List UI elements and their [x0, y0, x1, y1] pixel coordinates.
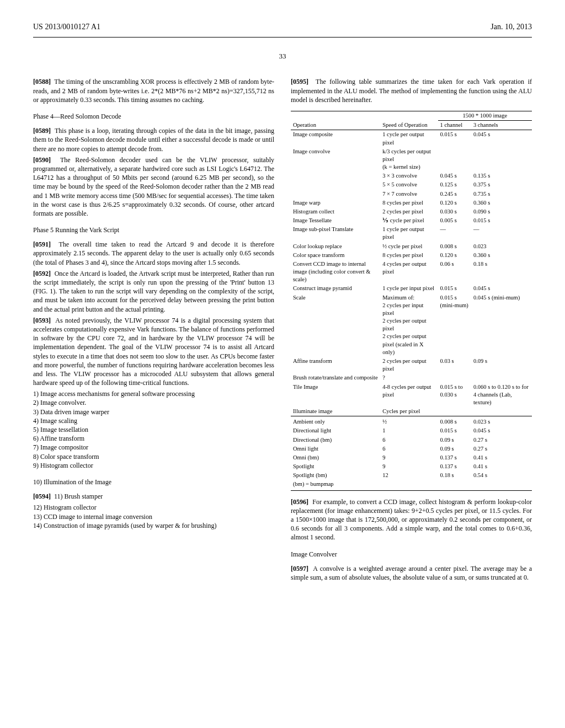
table-cell: 0.015 s — [438, 284, 471, 293]
header-rule — [33, 37, 532, 38]
table-cell: 0.137 s — [438, 462, 471, 471]
table-row: Brush rotate/translate and composite? — [291, 373, 532, 382]
page-header: US 2013/0010127 A1 Jan. 10, 2013 — [33, 22, 532, 33]
table-cell: 8 cycles per pixel — [380, 251, 438, 260]
list-item: 2) Image convolver. — [33, 398, 274, 407]
table-cell: 0.735 s — [471, 190, 532, 199]
table-row: 5 × 5 convolve0.125 s0.375 s — [291, 180, 532, 189]
table-row: Image convolvek/3 cycles per output pixe… — [291, 147, 532, 172]
table-cell: Image Tessellate — [291, 216, 380, 225]
page-number: 33 — [33, 51, 532, 61]
table-cell: 6 — [380, 436, 438, 445]
table-cell: 0.09 s — [438, 445, 471, 453]
table-cell: Image convolve — [291, 147, 380, 172]
table-cell: 8 cycles per pixel — [380, 199, 438, 207]
table-cell: Image warp — [291, 199, 380, 207]
table-cell: ½ cycle per pixel — [380, 242, 438, 251]
table-cell: 0.015 s to 0.030 s — [438, 383, 471, 408]
para-text: This phase is a loop, iterating through … — [33, 127, 274, 152]
paragraph-0596: [0596] For example, to convert a CCD ima… — [291, 497, 532, 542]
table-cell: ? — [380, 373, 438, 382]
table-cell: Cycles per pixel — [380, 407, 438, 416]
table-cell: 0.120 s — [438, 199, 471, 207]
table-row: Spotlight90.137 s0.41 s — [291, 462, 532, 471]
table-row: Color space transform8 cycles per pixel0… — [291, 251, 532, 260]
table-cell: Image sub-pixel Translate — [291, 225, 380, 242]
para-label: [0589] — [33, 127, 51, 135]
list-item: 7) Image compositor — [33, 443, 274, 452]
table-cell: 0.045 s (mini-mum) — [471, 293, 532, 357]
table-row: Construct image pyramid1 cycle per input… — [291, 284, 532, 293]
table-cell: 1 cycle per output pixel — [380, 130, 438, 147]
table-cell: Construct image pyramid — [291, 284, 380, 293]
table-row: Ambient only½0.008 s0.023 s — [291, 417, 532, 426]
para-label: [0597] — [291, 565, 308, 572]
table-cell: 0.120 s — [438, 251, 471, 260]
table-cell: 0.375 s — [471, 180, 532, 189]
para-text: As noted previously, the VLIW processor … — [33, 317, 274, 387]
table-cell: — — [471, 225, 532, 242]
para-text: For example, to convert a CCD image, col… — [291, 498, 532, 542]
table-cell: 0.09 s — [471, 357, 532, 373]
list-item: 4) Image scaling — [33, 416, 274, 425]
image-convolver-heading: Image Convolver — [291, 550, 532, 559]
para-text: Once the Artcard is loaded, the Artvark … — [33, 270, 274, 313]
table-cell: 0.023 s — [471, 417, 532, 426]
table-cell: 0.135 s — [471, 172, 532, 180]
table-cell: Directional light — [291, 426, 380, 435]
table-cell: 0.015 s (mini-mum) — [438, 293, 471, 357]
table-cell — [471, 480, 532, 489]
para-label: [0595] — [291, 78, 308, 85]
para-text: The following table summarizes the time … — [291, 78, 532, 103]
phase-4-heading: Phase 4—Reed Solomon Decode — [33, 112, 274, 121]
paragraph-0589: [0589] This phase is a loop, iterating t… — [33, 126, 274, 153]
left-column: [0588] The timing of the unscrambling XO… — [33, 77, 274, 584]
table-cell: 0.125 s — [438, 180, 471, 189]
table-row: Image Tessellate⅓ cycle per pixel0.005 s… — [291, 216, 532, 225]
table-cell: 0.030 s — [438, 207, 471, 216]
table-cell: ½ — [380, 417, 438, 426]
table-cell: 5 × 5 convolve — [380, 180, 438, 189]
table-cell: 0.27 s — [471, 436, 532, 445]
table-cell — [438, 147, 471, 172]
list-item: 1) Image access mechanisms for general s… — [33, 389, 274, 398]
table-cell: Image composite — [291, 130, 380, 147]
table-cell: Histogram collect — [291, 207, 380, 216]
publication-date: Jan. 10, 2013 — [491, 22, 532, 33]
table-cell: 4 cycles per output pixel — [380, 260, 438, 285]
table-row: Color lookup replace½ cycle per pixel0.0… — [291, 242, 532, 251]
illumination-heading: 10) Illumination of the Image — [33, 478, 274, 486]
table-cell: 0.06 s — [438, 260, 471, 285]
table-row: Illuminate imageCycles per pixel — [291, 407, 532, 416]
table-cell — [471, 373, 532, 382]
paragraph-0590: [0590] The Reed-Solomon decoder used can… — [33, 156, 274, 218]
table-row: 3 × 3 convolve0.045 s0.135 s — [291, 172, 532, 180]
table-cell: 2 cycles per output pixel — [380, 357, 438, 373]
table-row: Omni (bm)90.137 s0.41 s — [291, 453, 532, 462]
table-cell: k/3 cycles per output pixel (k = kernel … — [380, 147, 438, 172]
list-item: 12) Histogram collector — [33, 503, 274, 512]
paragraph-0595: [0595] The following table summarizes th… — [291, 77, 532, 104]
table-cell: 0.045 s — [471, 426, 532, 435]
table-cell: Affine transform — [291, 357, 380, 373]
table-cell — [438, 373, 471, 382]
table-cell: Scale — [291, 293, 380, 357]
table-cell — [291, 190, 380, 199]
table-row: Directional (bm)60.09 s0.27 s — [291, 436, 532, 445]
table-cell — [380, 480, 438, 489]
table-cell: 0.015 s — [471, 216, 532, 225]
table-cell: 0.008 s — [438, 242, 471, 251]
table-cell: 0.360 s — [471, 251, 532, 260]
para-label: [0594] — [33, 493, 51, 500]
list-item: 3) Data driven image warper — [33, 408, 274, 416]
para-text: A convolve is a weighted average around … — [291, 565, 532, 581]
list-item: 8) Color space transform — [33, 452, 274, 461]
list-item: 6) Affine transform — [33, 434, 274, 443]
table-cell — [438, 407, 471, 416]
publication-number: US 2013/0010127 A1 — [33, 22, 100, 33]
table-row: Convert CCD image to internal image (inc… — [291, 260, 532, 285]
para-label: [0596] — [291, 498, 308, 506]
para-label: [0592] — [33, 270, 51, 277]
table-cell: 7 × 7 convolve — [380, 190, 438, 199]
col-speed: Speed of Operation — [380, 121, 438, 130]
